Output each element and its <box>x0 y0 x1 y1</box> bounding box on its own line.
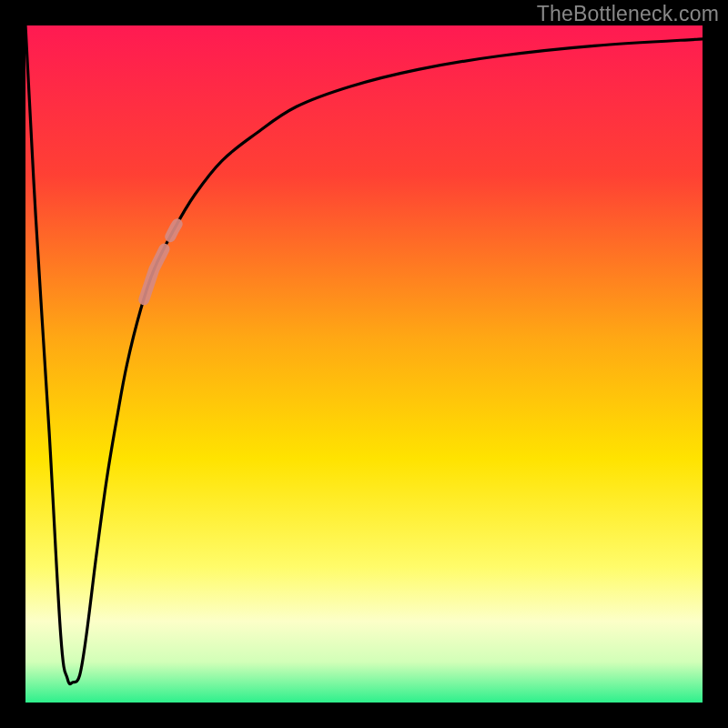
bottleneck-curve <box>25 25 703 684</box>
highlight-segment-b <box>170 224 177 237</box>
plot-area <box>25 25 703 703</box>
chart-frame: TheBottleneck.com <box>0 0 728 728</box>
curve-layer <box>25 25 703 703</box>
highlight-segment-a <box>144 249 164 300</box>
credit-watermark: TheBottleneck.com <box>537 2 719 26</box>
